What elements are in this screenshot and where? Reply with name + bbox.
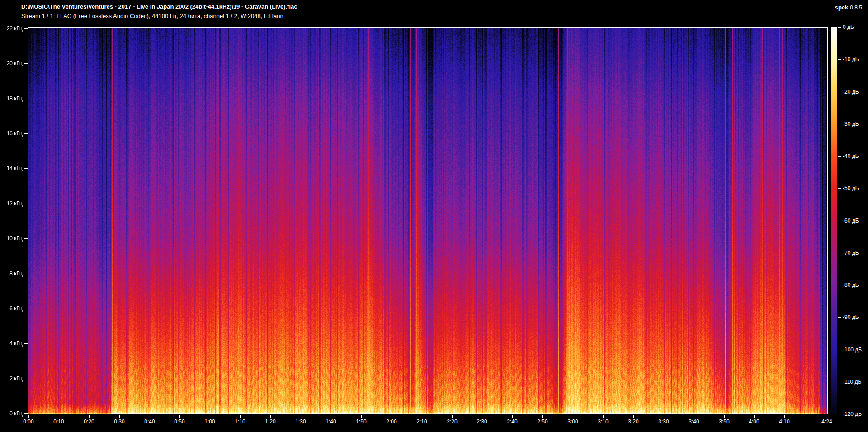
time-tick <box>664 415 664 418</box>
db-tick-label: -60 дБ <box>843 218 859 224</box>
freq-tick <box>24 413 28 414</box>
time-tick-label: 1:00 <box>198 418 222 425</box>
time-tick-label: 1:20 <box>259 418 282 425</box>
time-tick-label: 3:00 <box>561 418 585 425</box>
stream-info: Stream 1 / 1: FLAC (Free Lossless Audio … <box>21 13 283 19</box>
time-tick-label: 2:40 <box>500 418 524 425</box>
db-tick-label: -100 дБ <box>843 347 862 353</box>
db-tick <box>838 124 841 124</box>
time-tick <box>633 415 634 418</box>
time-tick-label: 2:50 <box>531 418 554 425</box>
db-tick-label: -30 дБ <box>843 121 859 127</box>
db-legend-gradient-bar <box>831 27 837 414</box>
time-tick <box>89 415 90 418</box>
app-version-badge: spek0.8.5 <box>835 3 862 11</box>
file-path-title: D:\MUSIC\The Ventures\Ventures - 2017 - … <box>21 3 297 10</box>
time-tick-label: 1:30 <box>289 418 312 425</box>
db-tick-label: -40 дБ <box>843 153 859 159</box>
freq-tick-label: 16 кГц <box>0 130 23 137</box>
time-tick <box>694 415 694 418</box>
freq-tick <box>24 274 28 274</box>
db-tick <box>838 221 841 221</box>
time-tick <box>150 415 150 418</box>
freq-tick <box>24 168 28 169</box>
time-tick <box>59 415 59 418</box>
time-tick <box>784 415 785 418</box>
db-tick <box>838 188 841 189</box>
db-tick-label: 0 дБ <box>843 24 854 30</box>
time-tick-label: 1:50 <box>349 418 373 425</box>
time-tick <box>512 415 513 418</box>
db-tick-label: -10 дБ <box>843 56 859 62</box>
db-tick <box>838 253 841 253</box>
time-tick <box>573 415 573 418</box>
time-tick-label: 1:40 <box>319 418 343 425</box>
app-name-label: spek <box>835 4 849 11</box>
freq-tick <box>24 343 28 344</box>
freq-tick <box>24 28 28 29</box>
freq-tick-label: 12 кГц <box>0 200 23 207</box>
time-tick-label: 3:10 <box>591 418 615 425</box>
freq-tick-label: 0 кГц <box>0 410 23 417</box>
db-tick <box>838 59 841 60</box>
freq-tick-label: 8 кГц <box>0 271 23 277</box>
freq-tick <box>24 99 28 99</box>
freq-tick <box>24 204 28 204</box>
spek-app-window: D:\MUSIC\The Ventures\Ventures - 2017 - … <box>0 0 868 432</box>
spectrogram-frame <box>28 27 828 414</box>
db-tick-label: -110 дБ <box>843 379 861 385</box>
time-tick <box>331 415 331 418</box>
freq-tick-label: 18 кГц <box>0 95 23 102</box>
time-tick-label: 2:30 <box>470 418 494 425</box>
time-tick <box>270 415 271 418</box>
time-tick-label: 0:40 <box>138 418 161 425</box>
db-tick <box>838 382 841 382</box>
db-tick-label: -80 дБ <box>843 282 859 288</box>
time-tick <box>210 415 210 418</box>
time-tick <box>28 415 29 418</box>
db-tick <box>838 92 841 92</box>
time-tick <box>542 415 543 418</box>
app-version-label: 0.8.5 <box>850 5 862 11</box>
time-tick <box>301 415 301 418</box>
db-tick <box>838 317 841 318</box>
time-tick-label: 0:10 <box>47 418 71 425</box>
time-tick-label: 3:30 <box>652 418 675 425</box>
time-tick <box>827 415 827 418</box>
db-tick <box>838 156 841 157</box>
freq-tick-label: 6 кГц <box>0 305 23 312</box>
time-tick <box>482 415 482 418</box>
db-tick-label: -90 дБ <box>843 314 859 320</box>
time-tick <box>422 415 422 418</box>
time-tick-label: 0:30 <box>108 418 131 425</box>
time-tick <box>754 415 755 418</box>
db-tick-label: -50 дБ <box>843 185 859 191</box>
freq-tick <box>24 379 28 379</box>
time-tick-label: 4:24 <box>815 418 839 425</box>
time-tick <box>119 415 120 418</box>
time-tick-label: 2:10 <box>410 418 434 425</box>
time-tick-label: 1:10 <box>228 418 252 425</box>
freq-tick <box>24 238 28 239</box>
time-tick-label: 2:20 <box>440 418 464 425</box>
freq-tick-label: 10 кГц <box>0 235 23 242</box>
time-tick <box>724 415 725 418</box>
time-tick-label: 4:10 <box>773 418 796 425</box>
time-tick <box>240 415 241 418</box>
freq-tick-label: 20 кГц <box>0 60 23 66</box>
time-tick <box>392 415 392 418</box>
db-tick-label: -120 дБ <box>843 411 862 417</box>
db-tick <box>838 414 841 414</box>
freq-tick-label: 2 кГц <box>0 375 23 382</box>
time-tick-label: 3:40 <box>682 418 706 425</box>
time-tick-label: 3:50 <box>712 418 736 425</box>
time-tick-label: 0:50 <box>168 418 191 425</box>
time-tick-label: 0:00 <box>17 418 40 425</box>
freq-tick-label: 14 кГц <box>0 165 23 171</box>
time-tick-label: 2:00 <box>380 418 403 425</box>
freq-tick-label: 4 кГц <box>0 340 23 347</box>
time-tick-label: 4:00 <box>742 418 766 425</box>
freq-tick-label: 22 кГц <box>0 25 23 32</box>
db-tick-label: -20 дБ <box>843 89 859 95</box>
spectrogram-canvas[interactable] <box>28 28 827 414</box>
